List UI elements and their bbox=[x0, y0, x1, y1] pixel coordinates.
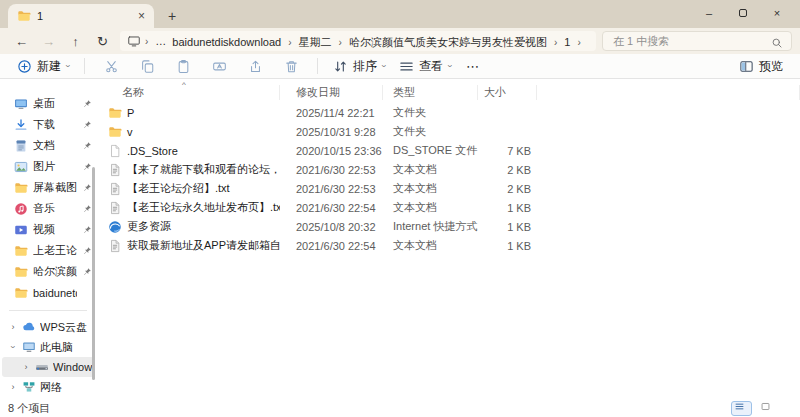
sidebar-item[interactable]: 屏幕截图 bbox=[0, 177, 96, 198]
new-button[interactable]: 新建 › bbox=[10, 55, 76, 77]
sidebar-pinned-list: 桌面 下载 文档 图片 bbox=[0, 93, 96, 303]
chevron-down-icon: › bbox=[63, 65, 73, 68]
sidebar-item-label: WPS云盘 bbox=[40, 320, 92, 335]
chevron-icon[interactable]: › bbox=[8, 322, 18, 332]
breadcrumb-ellipsis[interactable]: … bbox=[152, 35, 169, 47]
sidebar-item-icon bbox=[35, 360, 49, 374]
file-date-cell: 2025/10/8 20:32 bbox=[280, 221, 383, 233]
sidebar-item-label: baidunetdiskdo bbox=[33, 287, 77, 299]
large-icons-view-button[interactable] bbox=[757, 401, 778, 416]
sidebar-item-label: 音乐 bbox=[33, 201, 77, 216]
file-name: 更多资源 bbox=[127, 219, 171, 234]
column-header-name[interactable]: ^ 名称 bbox=[96, 85, 280, 100]
view-button[interactable]: 查看 › bbox=[392, 55, 458, 77]
file-name: .DS_Store bbox=[127, 145, 178, 157]
cut-icon bbox=[104, 59, 119, 74]
copy-button[interactable] bbox=[134, 55, 160, 77]
search-icon bbox=[771, 35, 783, 47]
window-controls: – × bbox=[692, 0, 794, 26]
share-button[interactable] bbox=[242, 55, 268, 77]
tab-close-icon[interactable]: × bbox=[138, 10, 145, 22]
chevron-icon[interactable]: › bbox=[21, 362, 31, 372]
pin-icon bbox=[82, 120, 92, 130]
breadcrumb-item[interactable]: 星期二 bbox=[296, 35, 335, 50]
sidebar-tree-item[interactable]: › Windows-SSD bbox=[2, 357, 94, 377]
sidebar-item[interactable]: 音乐 bbox=[0, 198, 96, 219]
sidebar-item[interactable]: 视频 bbox=[0, 219, 96, 240]
column-headers: ^ 名称 修改日期 类型 大小 bbox=[96, 81, 800, 103]
explorer-tab[interactable]: 1 × bbox=[8, 4, 154, 28]
chevron-icon[interactable]: › bbox=[8, 382, 18, 392]
sidebar-item[interactable]: 图片 bbox=[0, 156, 96, 177]
file-size-cell: 1 KB bbox=[478, 202, 537, 214]
details-view-button[interactable] bbox=[731, 401, 752, 416]
table-row[interactable]: 获取最新地址及APP请发邮箱自动获取.txt 2021/6/30 22:54 文… bbox=[96, 236, 800, 255]
cut-button[interactable] bbox=[98, 55, 124, 77]
minimize-button[interactable]: – bbox=[692, 0, 726, 26]
pin-icon bbox=[82, 141, 92, 151]
sort-button[interactable]: 排序 › bbox=[326, 55, 392, 77]
sidebar-item-icon bbox=[14, 244, 28, 258]
table-row[interactable]: 【来了就能下载和观看的论坛，纯免费！】.txt 2021/6/30 22:53 … bbox=[96, 160, 800, 179]
breadcrumb-item[interactable]: baidunetdiskdownload bbox=[169, 36, 284, 48]
breadcrumb[interactable]: › … baidunetdiskdownload › 星期二 › 哈尔滨颜值气质… bbox=[120, 31, 596, 51]
file-list-pane: ^ 名称 修改日期 类型 大小 P 2025/11/4 22:21 文件夹 bbox=[96, 79, 800, 400]
pin-icon bbox=[82, 225, 92, 235]
table-row[interactable]: 【老王论坛永久地址发布页】.txt 2021/6/30 22:54 文本文档 1… bbox=[96, 198, 800, 217]
rename-button[interactable] bbox=[206, 55, 232, 77]
refresh-button[interactable]: ↻ bbox=[89, 30, 116, 52]
search-box[interactable] bbox=[602, 31, 792, 51]
sidebar-item-icon bbox=[14, 118, 28, 132]
sidebar-item[interactable]: 桌面 bbox=[0, 93, 96, 114]
back-button[interactable]: ← bbox=[8, 30, 35, 52]
sidebar-item[interactable]: 文档 bbox=[0, 135, 96, 156]
sidebar-item[interactable]: 哈尔滨颜值气 bbox=[0, 261, 96, 282]
close-button[interactable]: × bbox=[760, 0, 794, 26]
up-button[interactable]: ↑ bbox=[62, 30, 89, 52]
preview-button[interactable]: 预览 bbox=[732, 55, 790, 77]
sidebar-tree-item[interactable]: › WPS云盘 bbox=[2, 317, 94, 337]
chevron-icon[interactable]: › bbox=[8, 342, 18, 352]
file-type-cell: 文件夹 bbox=[383, 105, 478, 120]
file-name-cell: P bbox=[96, 106, 280, 120]
file-type-icon bbox=[108, 201, 122, 215]
file-type-cell: 文本文档 bbox=[383, 200, 478, 215]
table-row[interactable]: v 2025/10/31 9:28 文件夹 bbox=[96, 122, 800, 141]
search-input[interactable] bbox=[611, 34, 771, 48]
column-header-size[interactable]: 大小 bbox=[478, 85, 537, 100]
table-row[interactable]: P 2025/11/4 22:21 文件夹 bbox=[96, 103, 800, 122]
chevron-right-icon: › bbox=[335, 37, 346, 48]
column-header-date[interactable]: 修改日期 bbox=[280, 85, 383, 100]
sidebar-item[interactable]: 上老王论坛当 bbox=[0, 240, 96, 261]
rename-icon bbox=[212, 59, 227, 74]
new-tab-button[interactable]: + bbox=[168, 4, 176, 28]
sidebar-item[interactable]: 下载 bbox=[0, 114, 96, 135]
plus-circle-icon bbox=[17, 59, 32, 74]
breadcrumb-item[interactable]: 1 bbox=[561, 36, 573, 48]
sidebar-tree-item[interactable]: › 此电脑 bbox=[2, 337, 94, 357]
sidebar-scrollbar[interactable] bbox=[92, 167, 95, 380]
breadcrumb-segment: 1 › bbox=[561, 36, 584, 48]
maximize-button[interactable] bbox=[726, 0, 760, 26]
forward-button[interactable]: → bbox=[35, 30, 62, 52]
sidebar-item-icon bbox=[14, 202, 28, 216]
paste-button[interactable] bbox=[170, 55, 196, 77]
breadcrumb-segment: 哈尔滨颜值气质美女宋婷与男友性爱视图 › bbox=[346, 35, 561, 50]
file-name-cell: 【来了就能下载和观看的论坛，纯免费！】.txt bbox=[96, 162, 280, 177]
sidebar-item[interactable]: baidunetdiskdo bbox=[0, 282, 96, 303]
table-row[interactable]: .DS_Store 2020/10/15 23:36 DS_STORE 文件 7… bbox=[96, 141, 800, 160]
more-options-button[interactable]: ⋯ bbox=[458, 59, 488, 74]
column-header-type[interactable]: 类型 bbox=[383, 85, 478, 100]
table-row[interactable]: 更多资源 2025/10/8 20:32 Internet 快捷方式 1 KB bbox=[96, 217, 800, 236]
file-name: 【来了就能下载和观看的论坛，纯免费！】.txt bbox=[127, 162, 280, 177]
file-type-cell: 文本文档 bbox=[383, 181, 478, 196]
folder-icon bbox=[17, 9, 31, 23]
file-date-cell: 2020/10/15 23:36 bbox=[280, 145, 383, 157]
preview-button-label: 预览 bbox=[759, 58, 783, 75]
delete-button[interactable] bbox=[278, 55, 304, 77]
file-date-cell: 2021/6/30 22:54 bbox=[280, 240, 383, 252]
table-row[interactable]: 【老王论坛介绍】.txt 2021/6/30 22:53 文本文档 2 KB bbox=[96, 179, 800, 198]
sidebar-item-icon bbox=[14, 223, 28, 237]
sidebar-tree-item[interactable]: › 网络 bbox=[2, 377, 94, 397]
breadcrumb-item[interactable]: 哈尔滨颜值气质美女宋婷与男友性爱视图 bbox=[346, 35, 550, 50]
